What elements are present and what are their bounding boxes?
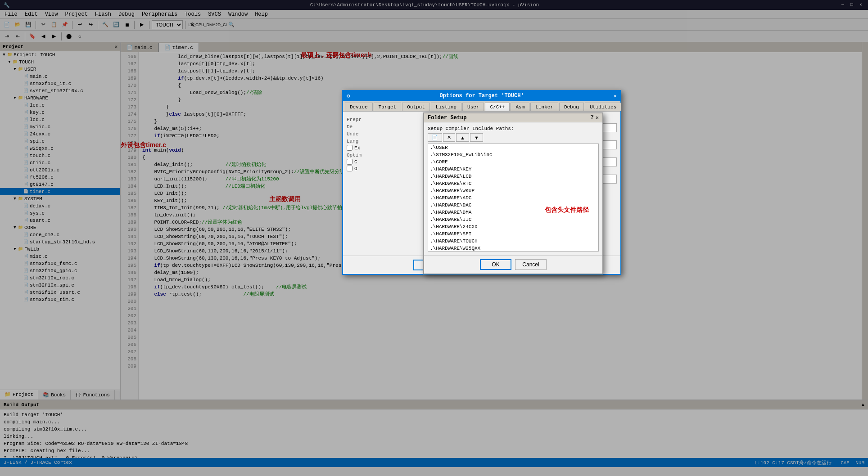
redo-btn[interactable]: ↪ (86, 20, 95, 29)
tree-item-spi-c[interactable]: 📄spi.c (0, 138, 120, 145)
folder-path-item[interactable]: .\HARDWARE\LCD (428, 173, 598, 180)
folder-up-btn[interactable]: ▲ (456, 133, 469, 142)
tree-item-system-stm32[interactable]: 📄system_stm32f10x.c (0, 87, 120, 94)
build-output-expand[interactable]: ▲ (861, 402, 864, 408)
folder-path-item[interactable]: .\HARDWARE\W25QXX (428, 245, 598, 251)
folder-path-item[interactable]: .\HARDWARE\TOUCH (428, 238, 598, 245)
panel-close[interactable]: ✕ (114, 44, 118, 49)
folder-path-item[interactable]: .\HARDWARE\IIC (428, 216, 598, 223)
folder-path-item[interactable]: .\HARDWARE\RTC (428, 180, 598, 187)
options-tab-asm[interactable]: Asm (511, 103, 529, 111)
tree-item-gt9147-c[interactable]: 📄gt9147.c (0, 181, 120, 188)
folder-dialog-close[interactable]: ✕ (596, 114, 599, 121)
editor-tab-main-c[interactable]: 📄main.c (121, 43, 158, 52)
editor-tab-timer-c[interactable]: 📄timer.c (158, 43, 199, 52)
folder-path-item[interactable]: .\HARDWARE\WKUP (428, 187, 598, 194)
project-tree[interactable]: ▼📁Project: TOUCH▼📁TOUCH▼📁USER📄main.c📄stm… (0, 51, 120, 390)
debug-btn[interactable]: ▶ (137, 20, 147, 29)
proj-tab-project[interactable]: 📁Project (0, 390, 38, 400)
build-btn[interactable]: 🔨 (100, 20, 110, 29)
menu-item-view[interactable]: View (42, 11, 61, 18)
tree-item-stm32-fsmc[interactable]: 📄stm32f10x_fsmc.c (0, 260, 120, 267)
options-tab-linker[interactable]: Linker (530, 103, 558, 111)
folder-path-item[interactable]: .\CORE (428, 158, 598, 166)
tree-item-key-c[interactable]: 📄key.c (0, 109, 120, 116)
folder-dialog-help[interactable]: ? (591, 114, 594, 121)
menu-item-help[interactable]: Help (252, 11, 271, 18)
unindent-btn[interactable]: ⇤ (13, 32, 23, 41)
bookmark-btn[interactable]: 🔖 (27, 32, 37, 41)
prev-btn[interactable]: ◀ (38, 32, 48, 41)
tree-item-stm32f10x-it[interactable]: 📄stm32f10x_it.c (0, 80, 120, 87)
folder-cancel-btn[interactable]: Cancel (515, 259, 547, 270)
folder-list[interactable]: .\USER.\STM32F10x_FWLib\inc.\CORE.\HARDW… (428, 144, 599, 251)
tree-item-system[interactable]: ▼📁SYSTEM (0, 195, 120, 202)
options-tab-listing[interactable]: Listing (431, 103, 461, 111)
folder-path-item[interactable]: .\HARDWARE\DMA (428, 209, 598, 216)
tree-item-timer-c[interactable]: 📄timer.c (0, 188, 120, 195)
tree-item-main-c[interactable]: 📄main.c (0, 73, 120, 80)
lv-btn[interactable]: LV_GPU_DMA2D_CMSIS (199, 20, 226, 29)
tree-item-w25qxx-c[interactable]: 📄w25qxx.c (0, 145, 120, 152)
menu-item-flash[interactable]: Flash (92, 11, 114, 18)
tree-item-stm32-gpio[interactable]: 📄stm32f10x_gpio.c (0, 267, 120, 274)
copy-btn[interactable]: 📋 (49, 20, 59, 29)
minimize-btn[interactable]: — (839, 2, 846, 8)
tree-item-startup[interactable]: 📄startup_stm32f10x_hd.s (0, 238, 120, 246)
tree-item-lcd-c[interactable]: 📄lcd.c (0, 116, 120, 123)
tree-item-stm32-tim[interactable]: 📄stm32f10x_tim.c (0, 296, 120, 303)
tree-item-led-c[interactable]: 📄led.c (0, 102, 120, 109)
clear-bp-btn[interactable]: ○ (75, 32, 85, 41)
options-dialog-close[interactable]: ✕ (614, 93, 617, 99)
o-checkbox[interactable] (347, 166, 353, 171)
target-select[interactable]: TOUCH (152, 20, 183, 29)
rebuild-btn[interactable]: 🔄 (111, 20, 121, 29)
build-output-content[interactable]: Build target 'TOUCH'compiling main.c...c… (0, 409, 868, 458)
tree-item-sys-c[interactable]: 📄sys.c (0, 210, 120, 217)
folder-path-item[interactable]: .\HARDWARE\DAC (428, 202, 598, 209)
close-btn[interactable]: ✕ (857, 2, 864, 8)
tree-item-ft5206-c[interactable]: 📄ft5206.c (0, 174, 120, 181)
tree-item-touch-root[interactable]: ▼📁TOUCH (0, 58, 120, 66)
search-btn[interactable]: 🔍 (226, 20, 236, 29)
folder-delete-btn[interactable]: ✕ (443, 133, 455, 142)
folder-ok-btn[interactable]: OK (480, 259, 511, 270)
tree-item-hardware[interactable]: ▼📁HARDWARE (0, 94, 120, 102)
tree-item-misc-c[interactable]: 📄misc.c (0, 253, 120, 260)
tree-item-usart-c[interactable]: 📄usart.c (0, 217, 120, 224)
options-tab-device[interactable]: Device (345, 103, 373, 111)
options-tab-c-c++[interactable]: C/C++ (485, 103, 510, 111)
maximize-btn[interactable]: □ (848, 2, 855, 8)
folder-new-btn[interactable]: 📄 (428, 133, 442, 142)
menu-item-peripherals[interactable]: Peripherals (139, 11, 180, 18)
folder-path-item[interactable]: .\USER (428, 144, 598, 151)
options-tab-utilities[interactable]: Utilities (585, 103, 621, 111)
folder-path-item[interactable]: .\HARDWARE\24CXX (428, 223, 598, 230)
folder-path-item[interactable]: .\STM32F10x_FWLib\inc (428, 151, 598, 158)
proj-tab-functions[interactable]: {}Functions (71, 390, 115, 400)
options-tab-target[interactable]: Target (374, 103, 402, 111)
tree-item-user[interactable]: ▼📁USER (0, 66, 120, 73)
tree-item-ott2001a-c[interactable]: 📄ott2001a.c (0, 166, 120, 174)
tree-item-stm32-rcc[interactable]: 📄stm32f10x_rcc.c (0, 274, 120, 282)
tree-item-fwlib[interactable]: ▼📁FWLib (0, 246, 120, 253)
tree-item-touch-c[interactable]: 📄touch.c (0, 152, 120, 159)
menu-item-svcs[interactable]: SVCS (205, 11, 224, 18)
folder-down-btn[interactable]: ▼ (470, 133, 483, 142)
next-btn[interactable]: ▶ (49, 32, 59, 41)
options-tab-user[interactable]: User (462, 103, 484, 111)
proj-tab-books[interactable]: 📚Books (38, 390, 71, 400)
menu-item-window[interactable]: Window (226, 11, 250, 18)
menu-item-file[interactable]: File (2, 11, 20, 18)
options-tab-debug[interactable]: Debug (559, 103, 584, 111)
options-tab-output[interactable]: Output (402, 103, 430, 111)
tree-item-core[interactable]: ▼📁CORE (0, 224, 120, 231)
cut-btn[interactable]: ✂ (38, 20, 48, 29)
ex-checkbox[interactable] (347, 145, 353, 151)
tree-item-24cxx-c[interactable]: 📄24cxx.c (0, 130, 120, 138)
breakpoint-btn[interactable]: ⬤ (64, 32, 74, 41)
open-btn[interactable]: 📂 (13, 20, 23, 29)
tree-item-stm32-spi[interactable]: 📄stm32f10x_spi.c (0, 282, 120, 289)
tree-item-stm32-usart[interactable]: 📄stm32f10x_usart.c (0, 289, 120, 296)
tree-item-myiic-c[interactable]: 📄myiic.c (0, 123, 120, 130)
